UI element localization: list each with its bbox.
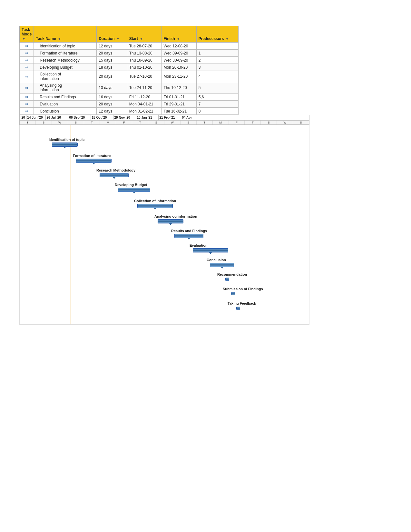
duration-cell: 20 days: [97, 50, 127, 57]
start-cell: Tue 24-11-20: [127, 82, 161, 94]
gantt-bar: [174, 234, 203, 238]
timeline-day-cell: W: [164, 121, 181, 124]
gantt-task-label: Results and Findings: [171, 229, 207, 233]
predecessors-cell: 3: [196, 64, 238, 71]
gantt-bar-arrow: [221, 267, 223, 269]
timeline-month-cell: 06 Sep '20: [68, 115, 91, 120]
task-name-cell: Analysing oginformation: [34, 82, 97, 94]
predecessors-cell: 5: [196, 82, 238, 94]
task-mode-icon: ⇒: [20, 57, 34, 64]
timeline-month-cell: 26 Jul '20: [46, 115, 68, 120]
gantt-task-label: Evaluation: [190, 243, 208, 247]
timeline-month-cell: 04 Apr: [181, 115, 197, 120]
gantt-bar: [100, 173, 129, 177]
table-row: ⇒Developing Budget18 daysThu 01-10-20Mon…: [20, 64, 239, 71]
duration-cell: 12 days: [97, 108, 127, 115]
table-row: ⇒Identification of topic12 daysTue 28-07…: [20, 43, 239, 50]
timeline-day-cell: T: [197, 121, 213, 124]
timeline-day-cell: M: [213, 121, 229, 124]
timeline-day-cell: W: [277, 121, 293, 124]
duration-cell: 20 days: [97, 101, 127, 108]
timeline-day-cell: S: [261, 121, 277, 124]
timeline-day-cell: S: [181, 121, 197, 124]
timeline-day-cell: M: [100, 121, 116, 124]
finish-cell: Wed 12-08-20: [161, 43, 196, 50]
timeline-month-cell: 29 Nov '20: [113, 115, 136, 120]
timeline-month-cell: 14 Jun '20: [26, 115, 46, 120]
timeline-day-cell: S: [36, 121, 52, 124]
gantt-chart-area: Identification of topicFormation of lite…: [19, 125, 309, 325]
task-name-cell: Identification of topic: [34, 43, 97, 50]
predecessors-cell: 8: [196, 108, 238, 115]
task-mode-icon: ⇒: [20, 82, 34, 94]
col-header-task-name[interactable]: Task Name ▼: [34, 26, 97, 43]
predecessors-cell: 7: [196, 101, 238, 108]
gantt-bar-arrow: [113, 177, 115, 179]
table-row: ⇒Formation of literature20 daysThu 13-08…: [20, 50, 239, 57]
finish-cell: Tue 16-02-21: [161, 108, 196, 115]
start-cell: Fri 11-12-20: [127, 94, 161, 101]
task-mode-icon: ⇒: [20, 71, 34, 82]
gantt-bar-arrow: [169, 223, 172, 225]
timeline-month-cell: 18 Oct '20: [91, 115, 113, 120]
timeline-day-cell: T: [20, 121, 36, 124]
start-cell: Mon 01-02-21: [127, 108, 161, 115]
gantt-bar: [118, 188, 150, 192]
gantt-bar: [137, 204, 173, 208]
duration-cell: 15 days: [97, 57, 127, 64]
predecessors-cell: [196, 43, 238, 50]
start-cell: Tue 27-10-20: [127, 71, 161, 82]
start-cell: Thu 13-08-20: [127, 50, 161, 57]
duration-cell: 16 days: [97, 94, 127, 101]
col-header-duration[interactable]: Duration ▼: [97, 26, 127, 43]
table-row: ⇒Analysing oginformation13 daysTue 24-11…: [20, 82, 239, 94]
duration-cell: 20 days: [97, 71, 127, 82]
gantt-bar-arrow: [188, 238, 190, 240]
timeline-day-cell: F: [229, 121, 245, 124]
timeline-month-cell: 10 Jan '21: [136, 115, 159, 120]
task-mode-icon: ⇒: [20, 101, 34, 108]
timeline-month-cell: 21 Feb '21: [159, 115, 181, 120]
gantt-task-label: Identification of topic: [49, 138, 84, 142]
timeline-day-cell: W: [52, 121, 68, 124]
task-mode-icon: ⇒: [20, 64, 34, 71]
col-header-start[interactable]: Start ▼: [127, 26, 161, 43]
table-row: ⇒Research Methodology15 daysThu 10-09-20…: [20, 57, 239, 64]
gantt-bar-arrow: [154, 208, 156, 210]
today-line: [71, 125, 71, 324]
dashed-line: [239, 125, 239, 324]
col-header-task-mode[interactable]: TaskMode ▼: [20, 26, 34, 43]
timeline-header: '2014 Jun '2026 Jul '2006 Sep '2018 Oct …: [19, 115, 309, 121]
task-mode-icon: ⇒: [20, 108, 34, 115]
finish-cell: Thu 10-12-20: [161, 82, 196, 94]
table-row: ⇒Results and Findings16 daysFri 11-12-20…: [20, 94, 239, 101]
gantt-bar: [225, 278, 229, 281]
gantt-bar-arrow: [133, 192, 135, 193]
gantt-bar: [231, 292, 235, 295]
task-name-cell: Research Methodology: [34, 57, 97, 64]
start-cell: Tue 28-07-20: [127, 43, 161, 50]
timeline-days-row: TSWSTMFTSWSTMFTSWS: [19, 121, 309, 125]
predecessors-cell: 2: [196, 57, 238, 64]
task-mode-icon: ⇒: [20, 94, 34, 101]
task-name-cell: Collection ofinformation: [34, 71, 97, 82]
table-row: ⇒Conclusion12 daysMon 01-02-21Tue 16-02-…: [20, 108, 239, 115]
finish-cell: Mon 26-10-20: [161, 64, 196, 71]
col-header-finish[interactable]: Finish ▼: [161, 26, 196, 43]
timeline-day-cell: T: [84, 121, 100, 124]
task-name-cell: Formation of literature: [34, 50, 97, 57]
finish-cell: Wed 09-09-20: [161, 50, 196, 57]
gantt-task-label: Submission of Findings: [223, 287, 263, 291]
table-row: ⇒Evaluation20 daysMon 04-01-21Fri 29-01-…: [20, 101, 239, 108]
gantt-task-label: Research Methodology: [96, 168, 135, 172]
gantt-bar-arrow: [64, 147, 66, 148]
table-row: ⇒Collection ofinformation20 daysTue 27-1…: [20, 71, 239, 82]
duration-cell: 13 days: [97, 82, 127, 94]
col-header-predecessors[interactable]: Predecessors ▼: [196, 26, 238, 43]
start-cell: Thu 10-09-20: [127, 57, 161, 64]
start-cell: Thu 01-10-20: [127, 64, 161, 71]
gantt-task-label: Taking Feedback: [228, 301, 256, 305]
gantt-bar: [52, 143, 78, 147]
task-name-cell: Developing Budget: [34, 64, 97, 71]
gantt-task-label: Developing Budget: [115, 183, 147, 187]
